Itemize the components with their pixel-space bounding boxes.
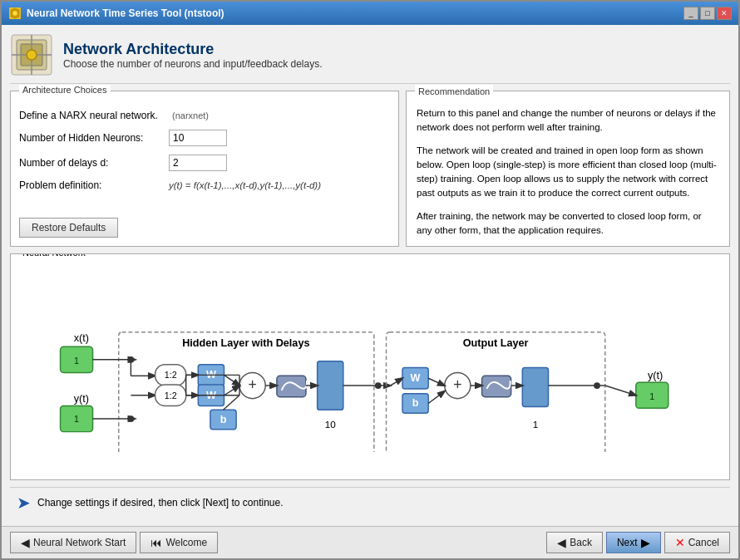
- back-label: Back: [570, 537, 592, 548]
- svg-text:1: 1: [649, 391, 654, 401]
- content-area: Network Architecture Choose the number o…: [2, 25, 738, 526]
- cancel-icon: ✕: [675, 536, 685, 549]
- svg-line-61: [428, 378, 445, 386]
- recommendation-panel: Recommendation Return to this panel and …: [406, 91, 730, 247]
- window-title: Neural Network Time Series Tool (ntstool…: [27, 7, 224, 19]
- restore-defaults-container: Restore Defaults: [19, 206, 390, 238]
- bottom-bar: ◀ Neural Network Start ⏮ Welcome ◀ Back …: [2, 526, 738, 558]
- define-narx-row: Define a NARX neural network. (narxnet): [19, 110, 390, 121]
- svg-point-71: [594, 382, 600, 389]
- hidden-neurons-input[interactable]: 10: [169, 130, 227, 146]
- rec-paragraph-2: The network will be created and trained …: [417, 144, 719, 201]
- narxnet-tag: (narxnet): [172, 111, 209, 120]
- svg-text:y(t): y(t): [74, 393, 89, 405]
- svg-line-38: [224, 395, 240, 410]
- next-button[interactable]: Next ▶: [606, 532, 661, 553]
- nn-start-label: Neural Network Start: [33, 537, 126, 548]
- two-column-section: Architecture Choices Define a NARX neura…: [10, 91, 730, 247]
- nn-start-icon: ◀: [21, 536, 30, 549]
- page-subtitle: Choose the number of neurons and input/f…: [63, 58, 323, 70]
- hint-text: Change settings if desired, then click […: [37, 497, 284, 508]
- cancel-label: Cancel: [688, 537, 719, 548]
- svg-text:10: 10: [325, 419, 337, 430]
- cancel-button[interactable]: ✕ Cancel: [664, 532, 730, 553]
- header-text: Network Architecture Choose the number o…: [63, 41, 323, 70]
- main-window: Neural Network Time Series Tool (ntstool…: [0, 0, 740, 560]
- header-section: Network Architecture Choose the number o…: [10, 33, 730, 84]
- svg-text:x(t): x(t): [74, 332, 89, 344]
- minimize-button[interactable]: _: [683, 7, 698, 20]
- problem-label: Problem definition:: [19, 179, 169, 191]
- welcome-label: Welcome: [165, 537, 207, 548]
- rec-paragraph-3: After training, the network may be conve…: [417, 209, 719, 238]
- svg-point-7: [27, 50, 37, 60]
- svg-text:1: 1: [533, 419, 539, 430]
- welcome-icon: ⏮: [150, 536, 162, 549]
- svg-rect-64: [522, 368, 548, 407]
- rec-paragraph-1: Return to this panel and change the numb…: [417, 106, 719, 135]
- define-label: Define a NARX neural network.: [19, 110, 169, 121]
- svg-point-1: [12, 11, 17, 16]
- next-icon: ▶: [641, 536, 650, 549]
- next-label: Next: [617, 537, 638, 548]
- neural-network-start-button[interactable]: ◀ Neural Network Start: [10, 532, 136, 553]
- svg-text:1:2: 1:2: [165, 391, 177, 400]
- svg-line-62: [428, 391, 445, 404]
- hidden-neurons-label: Number of Hidden Neurons:: [19, 132, 169, 144]
- svg-text:Output Layer: Output Layer: [463, 337, 529, 349]
- neural-network-label: Neural Network: [19, 253, 89, 258]
- header-icon: [10, 33, 53, 76]
- footer-hint: ➤ Change settings if desired, then click…: [10, 487, 730, 518]
- svg-line-60: [390, 378, 402, 386]
- bottom-left-buttons: ◀ Neural Network Start ⏮ Welcome: [10, 532, 218, 553]
- nn-diagram-svg: x(t) 1 y(t) 1 Hidden Layer with Delays: [29, 290, 711, 452]
- close-button[interactable]: ✕: [717, 7, 732, 20]
- svg-rect-35: [277, 376, 306, 396]
- nn-diagram: x(t) 1 y(t) 1 Hidden Layer with Delays: [19, 259, 721, 474]
- title-bar-left: Neural Network Time Series Tool (ntstool…: [8, 7, 224, 20]
- svg-text:W: W: [411, 372, 421, 384]
- back-icon: ◀: [557, 536, 566, 549]
- neural-network-section: Neural Network x(t) 1 y(t) 1 Hidden Laye…: [10, 253, 730, 480]
- bottom-right-buttons: ◀ Back Next ▶ ✕ Cancel: [546, 532, 730, 553]
- title-bar-controls: _ □ ✕: [683, 7, 732, 20]
- title-bar: Neural Network Time Series Tool (ntstool…: [2, 2, 738, 25]
- app-icon: [8, 7, 22, 20]
- restore-defaults-button[interactable]: Restore Defaults: [19, 218, 118, 238]
- delays-row: Number of delays d: 2: [19, 155, 390, 171]
- svg-text:b: b: [220, 414, 227, 425]
- page-title: Network Architecture: [63, 41, 323, 58]
- architecture-group-label: Architecture Choices: [19, 85, 111, 95]
- svg-rect-59: [482, 376, 511, 396]
- maximize-button[interactable]: □: [700, 7, 715, 20]
- hint-arrow-icon: ➤: [17, 493, 31, 513]
- svg-text:1: 1: [74, 414, 79, 424]
- delays-input[interactable]: 2: [169, 155, 227, 171]
- delays-label: Number of delays d:: [19, 157, 169, 169]
- hidden-neurons-row: Number of Hidden Neurons: 10: [19, 130, 390, 146]
- svg-text:1:2: 1:2: [165, 370, 177, 380]
- welcome-button[interactable]: ⏮ Welcome: [140, 532, 218, 553]
- svg-point-50: [375, 382, 382, 389]
- svg-text:y(t): y(t): [648, 370, 663, 381]
- svg-text:1: 1: [74, 356, 79, 366]
- svg-point-21: [127, 415, 134, 422]
- svg-rect-46: [318, 361, 343, 410]
- svg-text:Hidden Layer with Delays: Hidden Layer with Delays: [182, 337, 309, 349]
- formula-text: y(t) = f(x(t-1),...,x(t-d),y(t-1),...,y(…: [169, 180, 321, 190]
- back-button[interactable]: ◀ Back: [546, 532, 603, 553]
- recommendation-content: Return to this panel and change the numb…: [417, 106, 719, 238]
- svg-line-44: [224, 386, 240, 395]
- recommendation-group-label: Recommendation: [415, 85, 493, 99]
- svg-line-43: [224, 375, 240, 386]
- svg-text:b: b: [412, 397, 419, 409]
- svg-text:+: +: [453, 376, 461, 393]
- formula-row: Problem definition: y(t) = f(x(t-1),...,…: [19, 179, 390, 191]
- svg-line-72: [605, 386, 636, 395]
- svg-text:+: +: [248, 376, 256, 393]
- architecture-choices-panel: Architecture Choices Define a NARX neura…: [10, 91, 399, 247]
